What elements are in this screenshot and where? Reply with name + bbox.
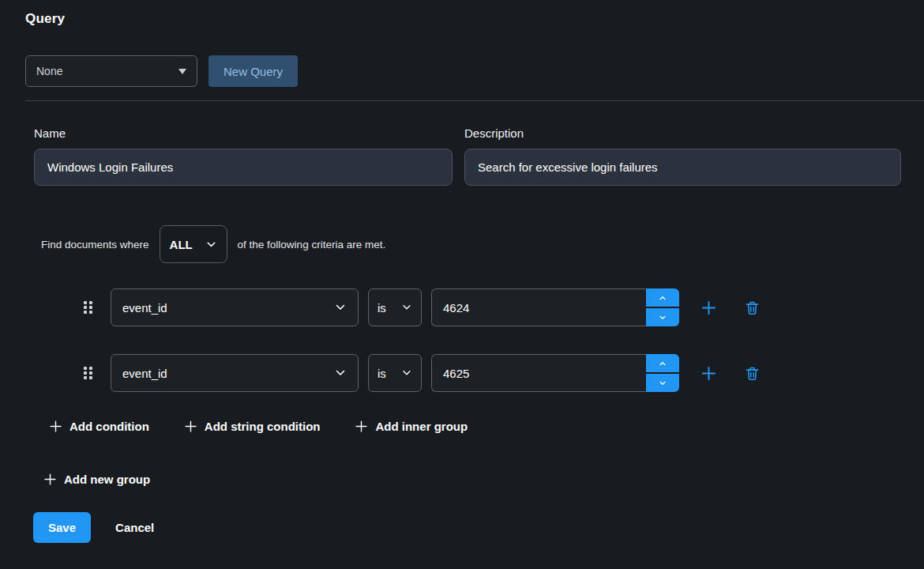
operator-select-value: is	[377, 367, 386, 380]
spinner-increment-button[interactable]	[646, 288, 679, 307]
match-type-select[interactable]: ALL	[160, 225, 227, 263]
find-prefix-text: Find documents where	[41, 239, 149, 251]
trash-icon	[744, 365, 761, 382]
query-meta: Name Description	[34, 126, 901, 186]
add-string-condition-label: Add string condition	[205, 420, 321, 433]
chevron-down-icon	[334, 301, 347, 314]
chevron-down-icon	[658, 379, 667, 387]
add-new-group-button[interactable]: Add new group	[43, 473, 150, 486]
caret-down-icon	[178, 69, 186, 74]
chevron-down-icon	[401, 367, 412, 379]
match-type-value: ALL	[170, 238, 193, 251]
description-field-group: Description	[464, 126, 901, 186]
spinner-decrement-button[interactable]	[646, 308, 679, 326]
plus-icon	[184, 420, 197, 433]
chevron-down-icon	[205, 239, 217, 251]
chevron-up-icon	[658, 294, 667, 302]
add-group-row: Add new group	[43, 473, 924, 486]
condition-row: event_id is	[84, 288, 924, 326]
divider	[25, 100, 924, 101]
query-toolbar: None New Query	[25, 55, 924, 87]
spinner-increment-button[interactable]	[646, 354, 679, 372]
add-condition-label: Add condition	[69, 420, 149, 433]
condition-row: event_id is	[84, 354, 924, 392]
add-inner-group-label: Add inner group	[375, 420, 468, 433]
chevron-down-icon	[658, 314, 667, 322]
name-field-group: Name	[34, 126, 453, 186]
field-select[interactable]: event_id	[111, 288, 359, 326]
saved-query-select[interactable]: None	[25, 55, 197, 87]
page-title: Query	[25, 11, 924, 27]
number-spinner	[646, 354, 679, 392]
drag-handle-icon[interactable]	[84, 301, 92, 314]
spinner-decrement-button[interactable]	[646, 374, 679, 392]
chevron-up-icon	[658, 360, 667, 367]
name-label: Name	[34, 126, 453, 140]
footer-actions: Save Cancel	[33, 512, 924, 543]
chevron-down-icon	[401, 302, 412, 313]
new-query-button[interactable]: New Query	[208, 55, 298, 87]
name-input[interactable]	[34, 149, 453, 186]
plus-icon	[700, 299, 718, 317]
field-select[interactable]: event_id	[111, 354, 359, 392]
add-new-group-label: Add new group	[64, 473, 150, 486]
description-input[interactable]	[464, 149, 901, 186]
saved-query-select-value: None	[36, 65, 62, 77]
conditions-list: event_id is	[0, 288, 924, 392]
add-inner-group-button[interactable]: Add inner group	[355, 420, 468, 433]
operator-select-value: is	[377, 301, 386, 315]
add-condition-inline-button[interactable]	[700, 299, 718, 317]
number-spinner	[646, 288, 679, 326]
add-string-condition-button[interactable]: Add string condition	[184, 420, 321, 433]
add-condition-inline-button[interactable]	[700, 364, 718, 382]
trash-icon	[744, 300, 761, 316]
find-suffix-text: of the following criteria are met.	[238, 239, 386, 251]
cancel-button[interactable]: Cancel	[115, 521, 154, 534]
delete-condition-button[interactable]	[744, 300, 761, 316]
save-button[interactable]: Save	[33, 512, 91, 543]
value-input[interactable]	[431, 288, 646, 326]
drag-handle-icon[interactable]	[84, 367, 92, 379]
operator-select[interactable]: is	[368, 354, 422, 392]
add-condition-button[interactable]: Add condition	[49, 420, 149, 433]
plus-icon	[43, 473, 57, 486]
value-number-control	[431, 354, 679, 392]
add-links-row: Add condition Add string condition Add i…	[49, 420, 924, 433]
field-select-value: event_id	[122, 367, 167, 380]
plus-icon	[700, 364, 718, 382]
operator-select[interactable]: is	[368, 288, 422, 326]
description-label: Description	[464, 126, 901, 140]
plus-icon	[355, 420, 368, 433]
plus-icon	[49, 420, 62, 433]
field-select-value: event_id	[122, 301, 167, 315]
value-input[interactable]	[431, 354, 646, 392]
delete-condition-button[interactable]	[744, 365, 761, 382]
value-number-control	[431, 288, 679, 326]
chevron-down-icon	[334, 367, 347, 379]
find-documents-row: Find documents where ALL of the followin…	[41, 225, 924, 263]
